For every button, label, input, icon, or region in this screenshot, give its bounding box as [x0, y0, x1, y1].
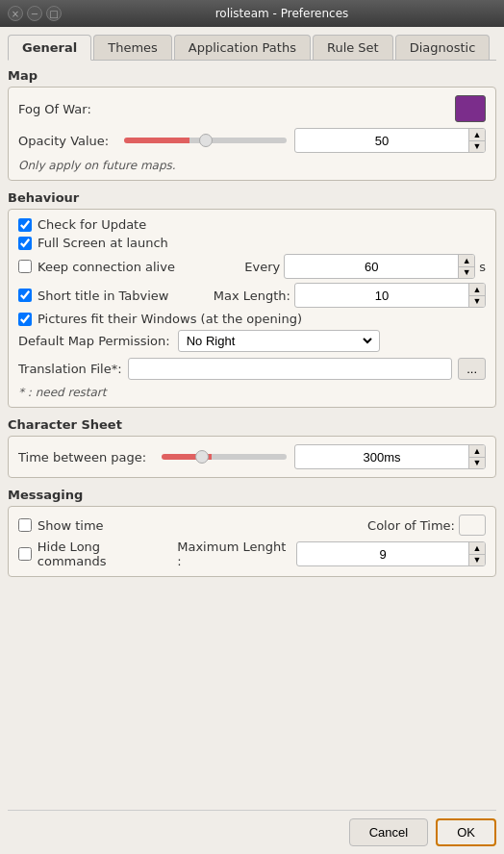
every-value-input[interactable]	[285, 258, 458, 276]
every-up-button[interactable]: ▲	[459, 255, 474, 266]
maximize-icon: □	[49, 9, 58, 19]
maximize-button[interactable]: □	[46, 6, 62, 21]
max-lenght-label: Maximum Lenght :	[177, 540, 292, 568]
color-time-label: Color of Time:	[367, 518, 455, 533]
fog-of-war-row: Fog Of War:	[18, 95, 486, 122]
translation-label: Translation File*:	[18, 362, 122, 376]
check-update-row: Check for Update	[18, 217, 486, 232]
opacity-up-button[interactable]: ▲	[469, 129, 485, 140]
color-time-swatch[interactable]	[459, 515, 486, 536]
time-value-input[interactable]	[295, 448, 468, 466]
max-length-down-button[interactable]: ▼	[469, 295, 485, 307]
every-spinbox: ▲ ▼	[284, 254, 475, 279]
behaviour-section: Behaviour Check for Update Full Screen a…	[8, 190, 496, 408]
opacity-value-input[interactable]	[295, 132, 468, 150]
main-content: General Themes Application Paths Rule Se…	[0, 27, 504, 854]
max-lenght-spinbox: ▲ ▼	[296, 541, 486, 566]
pictures-fit-label: Pictures fit their Windows (at the openi…	[38, 312, 302, 326]
opacity-row: Opacity Value: ▲ ▼	[18, 128, 486, 153]
opacity-note: Only apply on future maps.	[18, 159, 486, 172]
translation-row: Translation File*: ...	[18, 358, 486, 380]
close-button[interactable]: ×	[8, 6, 23, 21]
default-map-label: Default Map Permission:	[18, 334, 170, 348]
map-section-title: Map	[8, 68, 496, 83]
messaging-box: Show time Color of Time: Hide Long comma…	[8, 506, 496, 577]
full-screen-checkbox[interactable]	[18, 237, 32, 250]
map-section-box: Fog Of War: Opacity Value: ▲ ▼ Only appl…	[8, 87, 496, 181]
char-sheet-section: Character Sheet Time between page: ▲ ▼	[8, 417, 496, 478]
opacity-label: Opacity Value:	[18, 134, 109, 148]
char-sheet-box: Time between page: ▲ ▼	[8, 436, 496, 478]
every-down-button[interactable]: ▼	[459, 266, 474, 278]
time-down-button[interactable]: ▼	[469, 457, 485, 468]
messaging-section: Messaging Show time Color of Time: Hide …	[8, 488, 496, 577]
full-screen-label: Full Screen at launch	[38, 236, 168, 250]
minimize-icon: −	[31, 9, 38, 19]
translation-input[interactable]	[128, 358, 453, 380]
max-length-label: Max Length:	[214, 289, 290, 303]
behaviour-section-title: Behaviour	[8, 190, 496, 205]
asterisk-note: * : need restart	[18, 386, 486, 399]
max-lenght-down-button[interactable]: ▼	[469, 554, 485, 565]
time-row: Time between page: ▲ ▼	[18, 444, 486, 469]
max-lenght-up-button[interactable]: ▲	[469, 542, 485, 554]
tab-app-paths[interactable]: Application Paths	[174, 35, 311, 60]
max-length-spinbox: ▲ ▼	[294, 283, 486, 308]
opacity-spinbox: ▲ ▼	[294, 128, 486, 153]
tab-bar: General Themes Application Paths Rule Se…	[8, 35, 496, 61]
show-time-checkbox[interactable]	[18, 518, 32, 532]
default-map-row: Default Map Permission: No Right All Hid…	[18, 330, 486, 352]
fog-color-button[interactable]	[455, 95, 486, 122]
every-label: Every	[244, 260, 280, 274]
show-time-row: Show time Color of Time:	[18, 515, 486, 536]
map-section: Map Fog Of War: Opacity Value: ▲ ▼	[8, 68, 496, 181]
hide-long-checkbox[interactable]	[18, 547, 32, 561]
check-update-label: Check for Update	[38, 217, 146, 232]
ok-button[interactable]: OK	[436, 818, 496, 846]
max-length-value-input[interactable]	[295, 287, 468, 305]
keep-connection-label: Keep connection alive	[38, 260, 175, 274]
window-title: rolisteam - Preferences	[67, 7, 496, 20]
short-title-label: Short title in Tabview	[38, 289, 169, 303]
max-length-up-button[interactable]: ▲	[469, 284, 485, 295]
tab-diagnostic[interactable]: Diagnostic	[395, 35, 491, 60]
pictures-fit-row: Pictures fit their Windows (at the openi…	[18, 312, 486, 326]
behaviour-section-box: Check for Update Full Screen at launch K…	[8, 209, 496, 408]
default-map-dropdown[interactable]: No Right All Hidden Layer	[178, 330, 380, 352]
hide-long-row: Hide Long commands Maximum Lenght : ▲ ▼	[18, 540, 486, 568]
max-lenght-value-input[interactable]	[297, 545, 468, 564]
footer: Cancel OK	[8, 810, 496, 846]
close-icon: ×	[12, 9, 19, 19]
fog-of-war-label: Fog Of War:	[18, 102, 91, 116]
title-bar: × − □ rolisteam - Preferences	[0, 0, 504, 27]
time-spinbox: ▲ ▼	[294, 444, 486, 469]
messaging-title: Messaging	[8, 488, 496, 502]
minimize-button[interactable]: −	[27, 6, 42, 21]
tab-themes[interactable]: Themes	[93, 35, 172, 60]
window-controls[interactable]: × − □	[8, 6, 62, 21]
time-slider[interactable]	[162, 454, 287, 460]
short-title-checkbox[interactable]	[18, 289, 32, 302]
char-sheet-title: Character Sheet	[8, 417, 496, 432]
pictures-fit-checkbox[interactable]	[18, 313, 32, 326]
every-unit-label: s	[479, 260, 486, 274]
tab-rule-set[interactable]: Rule Set	[313, 35, 393, 60]
short-title-row: Short title in Tabview Max Length: ▲ ▼	[18, 283, 486, 308]
translation-browse-button[interactable]: ...	[458, 358, 486, 380]
opacity-down-button[interactable]: ▼	[469, 140, 485, 152]
time-label: Time between page:	[18, 450, 146, 465]
time-up-button[interactable]: ▲	[469, 445, 485, 457]
keep-connection-row: Keep connection alive Every ▲ ▼ s	[18, 254, 486, 279]
hide-long-label: Hide Long commands	[38, 540, 171, 568]
show-time-label: Show time	[38, 518, 104, 533]
opacity-slider[interactable]	[124, 138, 287, 143]
tab-general[interactable]: General	[8, 35, 91, 61]
default-map-select[interactable]: No Right All Hidden Layer	[183, 333, 375, 349]
cancel-button[interactable]: Cancel	[349, 818, 428, 846]
check-update-checkbox[interactable]	[18, 218, 32, 232]
keep-connection-checkbox[interactable]	[18, 260, 32, 273]
full-screen-row: Full Screen at launch	[18, 236, 486, 250]
